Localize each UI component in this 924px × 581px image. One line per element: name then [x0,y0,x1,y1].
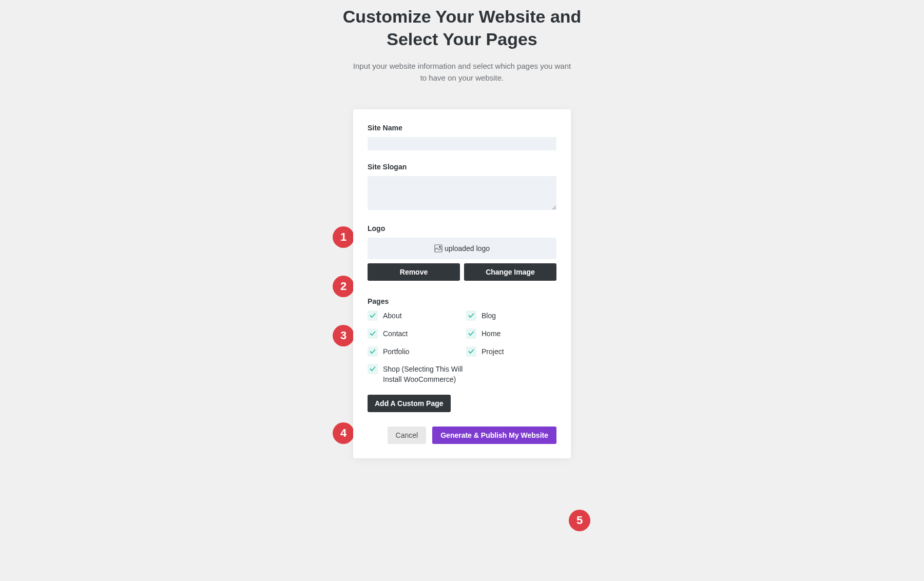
page-item: Shop (Selecting This Will Install WooCom… [368,364,470,384]
step-badge-5: 5 [569,510,590,531]
broken-image-icon [434,244,442,253]
page-checkbox[interactable] [368,311,378,321]
pages-label: Pages [368,297,556,305]
cancel-button[interactable]: Cancel [388,427,427,444]
page-label: Contact [383,328,408,339]
page-label: Blog [482,311,496,321]
page-item: Contact [368,328,458,339]
page-item: Project [466,346,556,357]
site-name-input[interactable] [368,137,556,150]
page-label: Shop (Selecting This Will Install WooCom… [383,364,470,384]
page-subheading: Input your website information and selec… [352,61,572,84]
page-checkbox[interactable] [466,311,476,321]
generate-publish-button[interactable]: Generate & Publish My Website [432,427,556,444]
page-item: Blog [466,311,556,321]
page-item: About [368,311,458,321]
step-badge-4: 4 [333,422,354,444]
page-label: About [383,311,402,321]
remove-logo-button[interactable]: Remove [368,263,460,281]
svg-point-1 [439,246,441,248]
page-checkbox[interactable] [368,346,378,357]
logo-label: Logo [368,224,556,233]
step-badge-1: 1 [333,226,354,248]
page-label: Project [482,346,504,357]
page-checkbox[interactable] [368,364,378,374]
svg-rect-0 [435,245,442,252]
site-slogan-input[interactable] [368,176,556,210]
step-badge-3: 3 [333,325,354,346]
change-image-button[interactable]: Change Image [464,263,556,281]
page-item: Home [466,328,556,339]
add-custom-page-button[interactable]: Add A Custom Page [368,395,451,412]
page-heading: Customize Your Website and Select Your P… [334,5,590,50]
page-item: Portfolio [368,346,458,357]
site-slogan-label: Site Slogan [368,163,556,171]
page-label: Home [482,328,500,339]
page-checkbox[interactable] [466,328,476,339]
page-checkbox[interactable] [368,328,378,339]
logo-preview: uploaded logo [368,238,556,259]
step-badge-2: 2 [333,276,354,297]
page-label: Portfolio [383,346,409,357]
page-checkbox[interactable] [466,346,476,357]
logo-alt-text: uploaded logo [445,244,490,253]
form-card: Site Name Site Slogan Logo [353,109,571,458]
site-name-label: Site Name [368,124,556,132]
